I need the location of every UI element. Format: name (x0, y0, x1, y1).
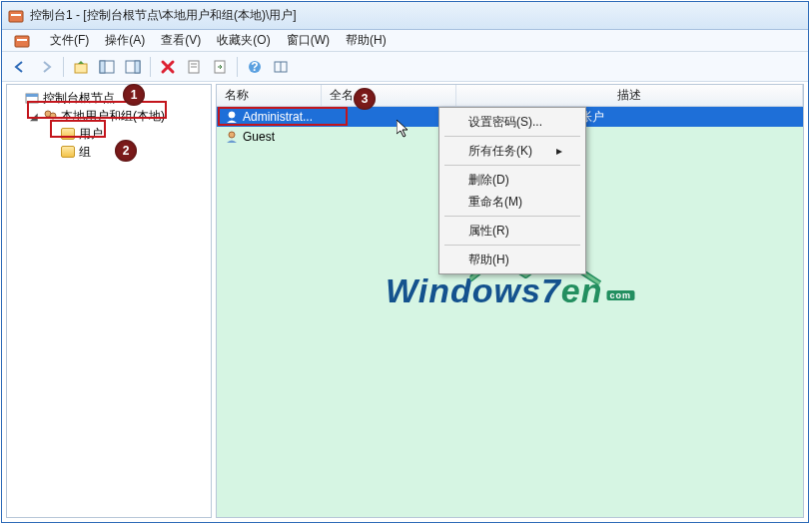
toolbar: ? (2, 52, 808, 82)
tree-pane[interactable]: 控制台根节点 ◢ 本地用户和组(本地) 用户 (6, 84, 212, 518)
menu-view[interactable]: 查看(V) (155, 30, 207, 51)
app-icon (8, 8, 24, 24)
tree-root-label: 控制台根节点 (43, 90, 115, 107)
svg-rect-3 (17, 39, 27, 41)
menu-all-tasks[interactable]: 所有任务(K) ▸ (442, 140, 582, 162)
expander-icon[interactable]: ◢ (29, 111, 39, 121)
window-title: 控制台1 - [控制台根节点\本地用户和组(本地)\用户] (30, 7, 297, 24)
menu-file[interactable]: 文件(F) (44, 30, 95, 51)
user-icon (225, 130, 239, 144)
tile-button[interactable] (269, 55, 293, 79)
svg-rect-4 (75, 64, 87, 73)
menu-bar: 文件(F) 操作(A) 查看(V) 收藏夹(O) 窗口(W) 帮助(H) (2, 30, 808, 52)
users-groups-icon (43, 109, 57, 123)
expander-icon[interactable] (11, 93, 21, 103)
title-bar[interactable]: 控制台1 - [控制台根节点\本地用户和组(本地)\用户] (2, 2, 808, 30)
wm-com: com (606, 290, 634, 300)
delete-button[interactable] (156, 55, 180, 79)
spacer (47, 129, 57, 139)
svg-rect-2 (15, 36, 29, 47)
col-description[interactable]: 描述 (456, 85, 803, 106)
cursor-icon (397, 120, 412, 140)
menu-action[interactable]: 操作(A) (99, 30, 151, 51)
menu-separator (444, 245, 580, 246)
svg-rect-0 (9, 11, 23, 22)
svg-point-21 (229, 112, 235, 118)
submenu-arrow-icon: ▸ (556, 144, 562, 158)
forward-button[interactable] (34, 55, 58, 79)
separator (150, 57, 151, 77)
step-badge-3: 3 (354, 88, 376, 110)
menu-help[interactable]: 帮助(H) (340, 30, 393, 51)
tree-local-users-groups[interactable]: ◢ 本地用户和组(本地) (27, 107, 209, 125)
step-badge-2: 2 (115, 140, 137, 162)
svg-point-22 (229, 132, 235, 138)
user-icon (225, 110, 239, 124)
tree-groups-label: 组 (79, 144, 91, 161)
menu-favorites[interactable]: 收藏夹(O) (211, 30, 276, 51)
watermark: Windows7 en com (386, 271, 634, 310)
row-name: Administrat... (243, 110, 313, 124)
menu-window[interactable]: 窗口(W) (281, 30, 336, 51)
list-pane[interactable]: 名称 全名 描述 Administrat... 管理计算机(域)的内置帐户 G (216, 84, 804, 518)
show-hide-tree-button[interactable] (95, 55, 119, 79)
export-button[interactable] (208, 55, 232, 79)
separator (237, 57, 238, 77)
menu-help[interactable]: 帮助(H) (442, 249, 582, 270)
up-button[interactable] (69, 55, 93, 79)
separator (63, 57, 64, 77)
svg-rect-8 (135, 61, 140, 73)
menu-separator (444, 136, 580, 137)
mmc-window: 控制台1 - [控制台根节点\本地用户和组(本地)\用户] 文件(F) 操作(A… (1, 1, 809, 523)
menu-separator (444, 165, 580, 166)
svg-rect-18 (26, 94, 38, 97)
back-button[interactable] (8, 55, 32, 79)
row-name: Guest (243, 130, 275, 144)
spacer (47, 147, 57, 157)
svg-rect-6 (100, 61, 105, 73)
tree-root[interactable]: 控制台根节点 (9, 89, 209, 107)
menu-rename[interactable]: 重命名(M) (442, 191, 582, 213)
menu-set-password[interactable]: 设置密码(S)... (442, 111, 582, 133)
menu-separator (444, 216, 580, 217)
properties-button[interactable] (182, 55, 206, 79)
menu-properties[interactable]: 属性(R) (442, 220, 582, 242)
menu-delete[interactable]: 删除(D) (442, 169, 582, 191)
svg-rect-1 (11, 14, 21, 16)
tree-users-label: 用户 (79, 126, 103, 143)
console-root-icon (25, 91, 39, 105)
context-menu: 设置密码(S)... 所有任务(K) ▸ 删除(D) 重命名(M) 属性(R) … (438, 107, 586, 274)
list-header: 名称 全名 描述 (217, 85, 803, 107)
col-fullname[interactable]: 全名 (322, 85, 456, 106)
col-name[interactable]: 名称 (217, 85, 322, 106)
folder-icon (61, 146, 75, 158)
folder-icon (61, 128, 75, 140)
show-hide-action-button[interactable] (121, 55, 145, 79)
svg-point-20 (50, 113, 56, 119)
step-badge-1: 1 (123, 84, 145, 106)
help-button[interactable]: ? (243, 55, 267, 79)
doc-icon (8, 31, 36, 51)
tree-group-label: 本地用户和组(本地) (61, 108, 165, 125)
svg-text:?: ? (251, 60, 258, 74)
